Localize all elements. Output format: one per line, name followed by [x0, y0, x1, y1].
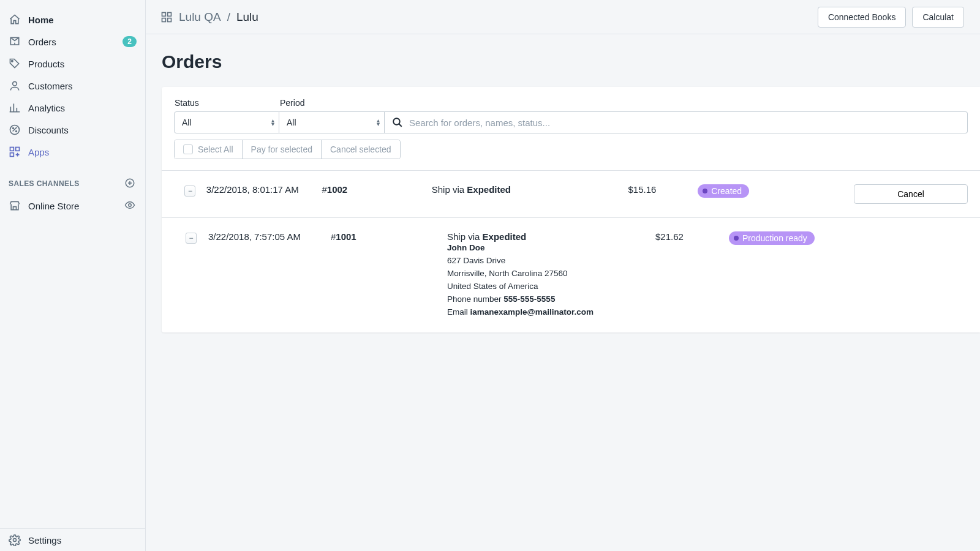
svg-point-15 — [393, 118, 400, 125]
svg-point-9 — [129, 204, 132, 207]
store-icon — [9, 200, 21, 212]
orders-badge: 2 — [123, 36, 137, 47]
cancel-selected-button[interactable]: Cancel selected — [322, 140, 400, 159]
svg-rect-12 — [168, 12, 172, 16]
calculate-button[interactable]: Calculat — [912, 7, 964, 28]
address-line: 627 Davis Drive — [447, 255, 655, 268]
phone-line: Phone number 555-555-5555 — [447, 293, 655, 306]
svg-rect-11 — [162, 12, 166, 16]
svg-rect-13 — [162, 18, 166, 21]
collapse-toggle[interactable]: − — [186, 233, 197, 244]
address-line: Morrisville, North Carolina 27560 — [447, 268, 655, 280]
user-icon — [9, 80, 21, 92]
sales-channels-label: SALES CHANNELS — [9, 179, 80, 188]
nav-label: Online Store — [28, 201, 79, 211]
status-filter-label: Status — [174, 98, 279, 108]
order-date: 3/22/2018, 7:57:05 AM — [208, 231, 331, 242]
cancel-order-button[interactable]: Cancel — [854, 184, 968, 204]
order-price: $21.62 — [655, 231, 723, 242]
status-filter[interactable]: All — [174, 111, 279, 133]
breadcrumb-current: Lulu — [236, 10, 258, 24]
status-dot-icon — [734, 236, 739, 241]
nav-settings[interactable]: Settings — [0, 529, 145, 551]
breadcrumb-sep: / — [227, 10, 230, 24]
svg-point-0 — [12, 61, 13, 62]
breadcrumb-parent[interactable]: Lulu QA — [179, 10, 221, 24]
gear-icon — [9, 534, 21, 546]
search-icon — [392, 117, 403, 128]
apps-icon — [9, 146, 21, 158]
nav-apps[interactable]: Apps — [0, 141, 145, 163]
search-input[interactable] — [385, 111, 968, 133]
add-channel-button[interactable] — [124, 178, 137, 190]
sidebar: Home Orders 2 Products Customers — [0, 0, 146, 551]
svg-point-4 — [16, 131, 17, 132]
period-filter[interactable]: All — [279, 111, 385, 133]
order-number: #1002 — [322, 184, 432, 195]
svg-rect-6 — [16, 148, 20, 151]
nav-online-store[interactable]: Online Store — [0, 195, 145, 217]
app-icon — [160, 11, 173, 23]
nav-orders[interactable]: Orders 2 — [0, 31, 145, 53]
orders-icon — [9, 36, 21, 48]
period-filter-label: Period — [279, 98, 385, 108]
status-badge: Created — [698, 184, 749, 198]
nav-analytics[interactable]: Analytics — [0, 97, 145, 119]
status-dot-icon — [703, 189, 707, 193]
bulk-actions: Select All Pay for selected Cancel selec… — [174, 140, 401, 159]
svg-rect-7 — [10, 153, 14, 157]
orders-card: Status All ▴▾ Period All ▴▾ — [162, 87, 980, 332]
view-store-button[interactable] — [124, 200, 137, 212]
nav-label: Discounts — [28, 125, 69, 135]
nav-label: Home — [28, 15, 54, 25]
nav-label: Orders — [28, 37, 56, 47]
order-date: 3/22/2018, 8:01:17 AM — [206, 184, 322, 195]
collapse-toggle[interactable]: − — [184, 186, 195, 197]
breadcrumb: Lulu QA / Lulu — [179, 10, 258, 24]
discount-icon — [9, 124, 21, 136]
svg-point-10 — [13, 539, 17, 542]
nav-home[interactable]: Home — [0, 9, 145, 31]
nav-label: Analytics — [28, 103, 65, 113]
svg-rect-5 — [10, 148, 14, 151]
nav-label: Apps — [28, 147, 49, 157]
page-title: Orders — [146, 34, 980, 87]
email-line: Email iamanexample@mailinator.com — [447, 306, 655, 319]
nav-label: Products — [28, 59, 64, 69]
address-line: United States of America — [447, 280, 655, 293]
checkbox-icon — [183, 144, 193, 154]
nav-customers[interactable]: Customers — [0, 75, 145, 97]
order-shipping: Ship via Expedited — [432, 184, 628, 195]
connected-books-button[interactable]: Connected Books — [818, 7, 907, 28]
header: Lulu QA / Lulu Connected Books Calculat — [146, 0, 980, 34]
order-shipping: Ship via Expedited John Doe 627 Davis Dr… — [447, 231, 655, 319]
nav-discounts[interactable]: Discounts — [0, 119, 145, 141]
nav-products[interactable]: Products — [0, 53, 145, 75]
order-row: − 3/22/2018, 8:01:17 AM #1002 Ship via E… — [162, 170, 980, 217]
pay-selected-button[interactable]: Pay for selected — [243, 140, 322, 159]
home-icon — [9, 13, 21, 26]
tag-icon — [9, 58, 21, 70]
svg-point-1 — [13, 81, 17, 86]
svg-rect-14 — [168, 18, 172, 21]
select-all-button[interactable]: Select All — [175, 140, 243, 159]
svg-point-3 — [13, 128, 14, 129]
customer-name: John Doe — [447, 242, 655, 255]
main: Lulu QA / Lulu Connected Books Calculat … — [146, 0, 980, 551]
order-row: − 3/22/2018, 7:57:05 AM #1001 Ship via E… — [162, 217, 980, 332]
order-price: $15.16 — [628, 184, 692, 195]
status-badge: Production ready — [729, 231, 815, 245]
analytics-icon — [9, 102, 21, 114]
order-number: #1001 — [331, 231, 447, 242]
nav-label: Settings — [28, 535, 61, 545]
sales-channels-header: SALES CHANNELS — [0, 163, 145, 195]
nav-label: Customers — [28, 81, 73, 91]
